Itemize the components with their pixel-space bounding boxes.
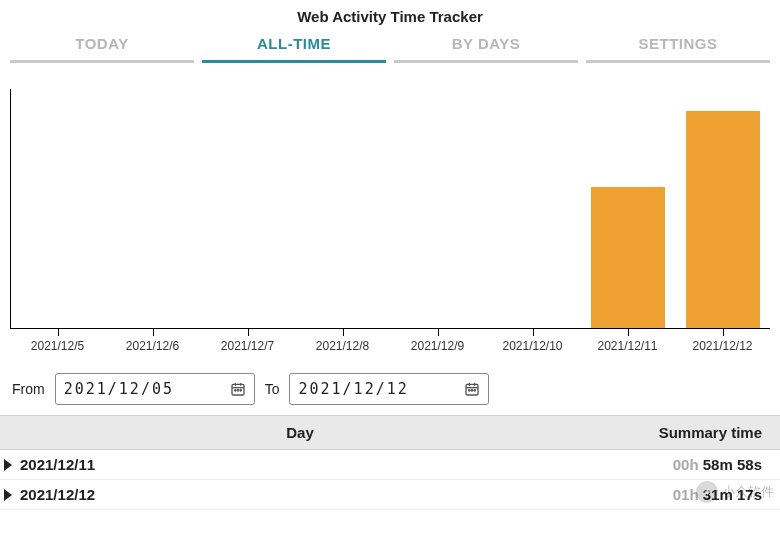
x-axis-label: 2021/12/7 — [200, 329, 295, 359]
svg-point-5 — [237, 390, 238, 391]
svg-point-6 — [240, 390, 241, 391]
chart-bar-slot — [296, 89, 391, 328]
page-title: Web Activity Time Tracker — [0, 0, 780, 29]
tab-bar: TODAY ALL-TIME BY DAYS SETTINGS — [0, 29, 780, 69]
row-day: 2021/12/11 — [20, 456, 582, 473]
to-date-input[interactable]: 2021/12/12 — [289, 373, 489, 405]
chart-bar-slot — [580, 89, 675, 328]
row-summary: 00h 58m 58s — [582, 456, 762, 473]
tab-by-days[interactable]: BY DAYS — [394, 29, 578, 63]
x-axis-label: 2021/12/5 — [10, 329, 105, 359]
svg-point-11 — [469, 390, 470, 391]
x-axis-label: 2021/12/10 — [485, 329, 580, 359]
x-axis-label: 2021/12/6 — [105, 329, 200, 359]
row-summary: 01h 31m 17s — [582, 486, 762, 503]
from-label: From — [12, 381, 45, 397]
chart-bar-slot — [485, 89, 580, 328]
chart-bar-slot — [201, 89, 296, 328]
expand-icon[interactable] — [4, 459, 12, 471]
x-axis-label: 2021/12/9 — [390, 329, 485, 359]
x-axis-label: 2021/12/12 — [675, 329, 770, 359]
from-date-input[interactable]: 2021/12/05 — [55, 373, 255, 405]
svg-point-13 — [474, 390, 475, 391]
chart-bar-slot — [11, 89, 106, 328]
x-axis-label: 2021/12/8 — [295, 329, 390, 359]
usage-bar-chart: 2021/12/52021/12/62021/12/72021/12/82021… — [10, 79, 770, 359]
summary-table-header: Day Summary time — [0, 415, 780, 450]
chart-bar[interactable] — [686, 111, 760, 328]
svg-point-12 — [472, 390, 473, 391]
from-date-value: 2021/12/05 — [64, 380, 174, 398]
svg-point-4 — [234, 390, 235, 391]
x-axis-label: 2021/12/11 — [580, 329, 675, 359]
tab-settings[interactable]: SETTINGS — [586, 29, 770, 63]
date-range-row: From 2021/12/05 To 2021/12/12 — [0, 359, 780, 415]
table-row[interactable]: 2021/12/12 01h 31m 17s — [0, 480, 780, 510]
calendar-icon[interactable] — [464, 381, 480, 397]
to-date-value: 2021/12/12 — [298, 380, 408, 398]
to-label: To — [265, 381, 280, 397]
chart-bar-slot — [391, 89, 486, 328]
chart-plot-area — [10, 89, 770, 329]
expand-icon[interactable] — [4, 489, 12, 501]
tab-today[interactable]: TODAY — [10, 29, 194, 63]
chart-bar-slot — [675, 89, 770, 328]
column-day: Day — [18, 424, 582, 441]
tab-all-time[interactable]: ALL-TIME — [202, 29, 386, 63]
table-row[interactable]: 2021/12/11 00h 58m 58s — [0, 450, 780, 480]
chart-bar-slot — [106, 89, 201, 328]
chart-bar[interactable] — [591, 187, 665, 328]
column-summary: Summary time — [582, 424, 762, 441]
calendar-icon[interactable] — [230, 381, 246, 397]
row-day: 2021/12/12 — [20, 486, 582, 503]
